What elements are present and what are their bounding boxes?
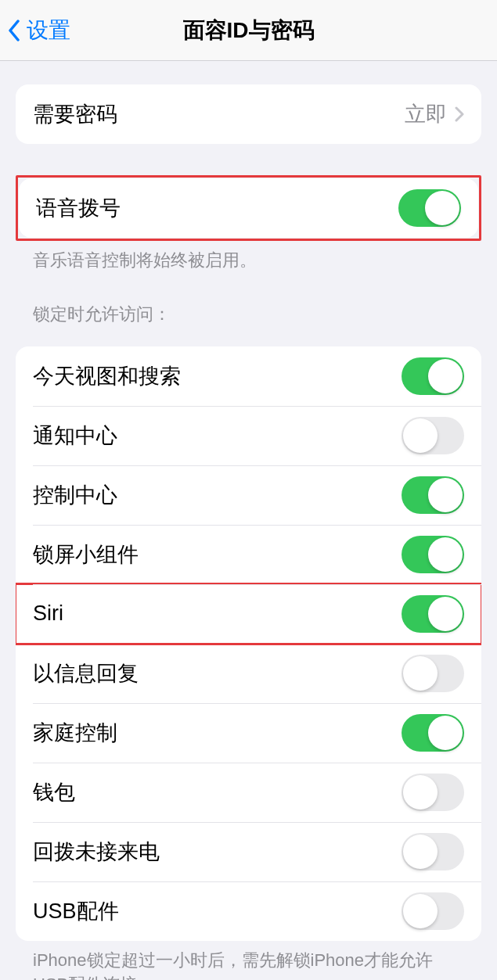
lock-access-item-label: 钱包 [33, 778, 75, 806]
lock-access-item-label: Siri [33, 601, 63, 626]
lock-access-item-label: 家庭控制 [33, 719, 117, 747]
lock-access-row: 通知中心 [16, 406, 481, 465]
toggle-knob [428, 359, 463, 393]
voice-dial-toggle[interactable] [398, 189, 461, 227]
lock-access-item-toggle[interactable] [402, 476, 464, 514]
back-button[interactable]: 设置 [8, 16, 70, 45]
lock-access-item-toggle[interactable] [402, 774, 464, 811]
toggle-knob [403, 894, 438, 928]
toggle-knob [403, 775, 438, 809]
voice-dial-row: 语音拨号 [19, 178, 478, 238]
lock-access-row: 以信息回复 [16, 644, 481, 703]
toggle-knob [425, 191, 459, 225]
voice-dial-highlight: 语音拨号 [16, 175, 481, 241]
chevron-left-icon [8, 20, 20, 41]
lock-access-row: 锁屏小组件 [16, 525, 481, 584]
toggle-knob [403, 656, 438, 691]
lock-access-item-toggle[interactable] [402, 536, 464, 573]
lock-access-item-toggle[interactable] [402, 714, 464, 752]
lock-access-item-label: 控制中心 [33, 481, 117, 509]
toggle-knob [428, 478, 463, 512]
back-label: 设置 [27, 16, 70, 45]
voice-dial-label: 语音拨号 [36, 194, 121, 222]
lock-access-row: 钱包 [16, 763, 481, 822]
page-title: 面容ID与密码 [183, 16, 315, 45]
lock-access-row: USB配件 [16, 881, 481, 941]
require-passcode-row[interactable]: 需要密码 立即 [16, 84, 481, 144]
chevron-right-icon [455, 106, 464, 122]
require-passcode-value: 立即 [405, 100, 447, 128]
toggle-knob [428, 597, 463, 631]
lock-access-item-toggle[interactable] [402, 655, 464, 692]
content-area: 需要密码 立即 语音拨号 音乐语音控制将始终被启用。 锁定时允许访问： 今天视图… [0, 84, 497, 980]
lock-access-footer: iPhone锁定超过一小时后，需先解锁iPhone才能允许USB配件连接。 [16, 941, 481, 980]
toggle-knob [428, 537, 463, 572]
lock-access-row: 回拨未接来电 [16, 822, 481, 881]
lock-access-item-toggle[interactable] [402, 417, 464, 454]
require-passcode-group: 需要密码 立即 [16, 84, 481, 144]
lock-access-item-toggle[interactable] [402, 595, 464, 633]
header-bar: 设置 面容ID与密码 [0, 0, 497, 61]
lock-access-item-label: 今天视图和搜索 [33, 362, 181, 390]
lock-access-header: 锁定时允许访问： [16, 273, 481, 336]
lock-access-item-toggle[interactable] [402, 833, 464, 871]
voice-dial-group: 语音拨号 [19, 178, 478, 238]
row-right: 立即 [405, 100, 464, 128]
require-passcode-label: 需要密码 [33, 100, 117, 128]
lock-access-item-label: 锁屏小组件 [33, 540, 139, 569]
lock-access-item-toggle[interactable] [402, 892, 464, 930]
lock-access-row: 今天视图和搜索 [16, 346, 481, 406]
toggle-knob [403, 418, 438, 453]
voice-dial-footer: 音乐语音控制将始终被启用。 [16, 241, 481, 273]
toggle-knob [428, 716, 463, 750]
toggle-knob [403, 835, 438, 869]
lock-access-item-label: 以信息回复 [33, 659, 139, 687]
lock-access-item-toggle[interactable] [402, 357, 464, 395]
lock-access-group: 今天视图和搜索通知中心控制中心锁屏小组件Siri以信息回复家庭控制钱包回拨未接来… [16, 346, 481, 941]
lock-access-row: 家庭控制 [16, 703, 481, 763]
lock-access-item-label: USB配件 [33, 897, 119, 925]
lock-access-row: Siri [16, 584, 481, 644]
lock-access-item-label: 通知中心 [33, 422, 117, 450]
lock-access-item-label: 回拨未接来电 [33, 838, 160, 866]
lock-access-row: 控制中心 [16, 465, 481, 525]
